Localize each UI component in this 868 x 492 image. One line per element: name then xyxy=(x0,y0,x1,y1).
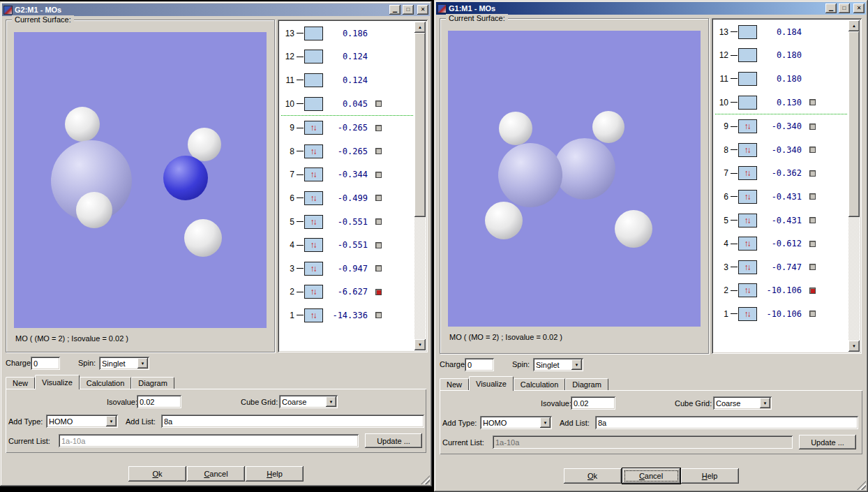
mo-visible-checkbox[interactable] xyxy=(809,193,816,200)
mo-orbital-box[interactable] xyxy=(738,96,757,110)
mo-orbital-box[interactable]: ↑↓ xyxy=(738,190,757,204)
mo-orbital-box[interactable] xyxy=(304,27,323,40)
mo-visible-checkbox[interactable] xyxy=(375,172,382,178)
mo-row-12[interactable]: 120.124 xyxy=(280,45,414,69)
molecule-viewport[interactable] xyxy=(14,32,267,328)
maximize-button[interactable]: □ xyxy=(839,3,850,13)
mo-orbital-box[interactable]: ↑↓ xyxy=(304,262,323,276)
mo-row-3[interactable]: 3↑↓-0.747 xyxy=(714,255,848,279)
minimize-button[interactable]: ▁ xyxy=(825,3,837,13)
help-button[interactable]: Help xyxy=(681,468,739,484)
ok-button[interactable]: Ok xyxy=(564,468,622,484)
tab-calculation[interactable]: Calculation xyxy=(514,378,565,390)
cube-grid-dropdown-arrow-icon[interactable]: ▼ xyxy=(326,396,336,407)
mo-visible-checkbox[interactable] xyxy=(375,148,382,154)
scroll-down-button[interactable]: ▼ xyxy=(414,339,426,350)
mo-row-8[interactable]: 8↑↓-0.340 xyxy=(714,138,848,162)
mo-orbital-box[interactable]: ↑↓ xyxy=(304,144,323,158)
mo-row-6[interactable]: 6↑↓-0.499 xyxy=(280,186,414,210)
mo-orbital-box[interactable] xyxy=(738,72,757,86)
mo-orbital-box[interactable]: ↑↓ xyxy=(304,191,323,205)
titlebar[interactable]: G2:M1 - MOs ▁ □ ✕ xyxy=(2,3,430,16)
mo-row-7[interactable]: 7↑↓-0.344 xyxy=(280,163,414,187)
mo-row-6[interactable]: 6↑↓-0.431 xyxy=(714,185,848,209)
mo-row-11[interactable]: 110.124 xyxy=(280,68,414,92)
mo-orbital-box[interactable]: ↑↓ xyxy=(738,307,757,321)
mo-orbital-box[interactable]: ↑↓ xyxy=(304,167,323,181)
mo-visible-checkbox[interactable] xyxy=(809,99,816,105)
add-type-select[interactable]: HOMO ▼ xyxy=(480,416,552,429)
spin-select[interactable]: Singlet ▼ xyxy=(533,358,583,371)
mo-orbital-box[interactable]: ↑↓ xyxy=(738,166,757,180)
mo-visible-checkbox[interactable] xyxy=(375,218,382,225)
tab-new[interactable]: New xyxy=(440,378,469,390)
mo-orbital-box[interactable]: ↑↓ xyxy=(304,121,323,135)
tab-visualize[interactable]: Visualize xyxy=(469,376,514,391)
minimize-button[interactable]: ▁ xyxy=(389,5,401,15)
spin-dropdown-arrow-icon[interactable]: ▼ xyxy=(137,358,148,368)
mo-visible-checkbox[interactable] xyxy=(809,311,816,317)
mo-visible-checkbox[interactable] xyxy=(375,100,382,107)
mo-orbital-box[interactable]: ↑↓ xyxy=(738,119,757,133)
mo-row-13[interactable]: 130.184 xyxy=(714,20,848,44)
mo-visible-checkbox[interactable] xyxy=(375,265,382,271)
spin-dropdown-arrow-icon[interactable]: ▼ xyxy=(571,359,582,370)
mo-row-13[interactable]: 130.186 xyxy=(280,22,414,45)
mo-orbital-box[interactable]: ↑↓ xyxy=(304,215,323,229)
tab-diagram[interactable]: Diagram xyxy=(131,377,174,389)
scroll-up-button[interactable]: ▲ xyxy=(848,20,860,31)
mo-visible-checkbox[interactable] xyxy=(375,195,382,201)
add-type-dropdown-arrow-icon[interactable]: ▼ xyxy=(106,416,117,426)
mo-visible-checkbox[interactable] xyxy=(375,242,382,248)
isovalue-input[interactable] xyxy=(571,396,615,410)
mo-row-5[interactable]: 5↑↓-0.551 xyxy=(280,210,414,234)
mo-row-3[interactable]: 3↑↓-0.947 xyxy=(280,257,414,281)
cancel-button[interactable]: Cancel xyxy=(187,466,245,482)
maximize-button[interactable]: □ xyxy=(403,5,414,15)
ok-button[interactable]: Ok xyxy=(128,466,186,482)
mo-row-8[interactable]: 8↑↓-0.265 xyxy=(280,140,414,163)
charge-input[interactable] xyxy=(465,358,494,371)
mo-orbital-box[interactable]: ↑↓ xyxy=(304,285,323,299)
titlebar[interactable]: G1:M1 - MOs ▁ □ ✕ xyxy=(436,2,866,15)
tab-diagram[interactable]: Diagram xyxy=(565,378,608,390)
mo-row-5[interactable]: 5↑↓-0.431 xyxy=(714,209,848,232)
mo-visible-checkbox[interactable] xyxy=(809,124,816,130)
mo-visible-checkbox[interactable] xyxy=(809,288,816,294)
mo-row-10[interactable]: 100.045 xyxy=(280,92,414,116)
mo-row-1[interactable]: 1↑↓-14.336 xyxy=(280,304,414,327)
add-type-select[interactable]: HOMO ▼ xyxy=(46,415,118,428)
mo-visible-checkbox[interactable] xyxy=(809,217,816,223)
tab-calculation[interactable]: Calculation xyxy=(80,377,131,389)
mo-orbital-box[interactable]: ↑↓ xyxy=(738,214,757,228)
mo-orbital-box[interactable]: ↑↓ xyxy=(304,238,323,252)
mo-orbital-box[interactable]: ↑↓ xyxy=(304,308,323,322)
mo-row-4[interactable]: 4↑↓-0.551 xyxy=(280,233,414,257)
mo-orbital-box[interactable] xyxy=(738,25,757,39)
mo-visible-checkbox[interactable] xyxy=(809,170,816,177)
cube-grid-select[interactable]: Coarse ▼ xyxy=(713,396,772,410)
mo-row-10[interactable]: 100.130 xyxy=(714,91,848,114)
cube-grid-select[interactable]: Coarse ▼ xyxy=(279,395,338,408)
mo-row-9[interactable]: 9↑↓-0.340 xyxy=(714,114,848,138)
scrollbar-thumb[interactable] xyxy=(848,31,860,217)
mo-row-2[interactable]: 2↑↓-6.627 xyxy=(280,281,414,304)
mo-orbital-box[interactable]: ↑↓ xyxy=(738,143,757,157)
spin-select[interactable]: Singlet ▼ xyxy=(99,357,149,370)
charge-input[interactable] xyxy=(31,357,60,370)
mo-visible-checkbox[interactable] xyxy=(809,147,816,153)
scroll-up-button[interactable]: ▲ xyxy=(414,22,426,33)
help-button[interactable]: Help xyxy=(246,466,304,482)
mo-row-11[interactable]: 110.180 xyxy=(714,67,848,91)
mo-orbital-box[interactable]: ↑↓ xyxy=(738,260,757,274)
tab-visualize[interactable]: Visualize xyxy=(35,375,80,389)
isovalue-input[interactable] xyxy=(137,395,181,408)
mo-orbital-box[interactable] xyxy=(304,97,323,111)
mo-row-7[interactable]: 7↑↓-0.362 xyxy=(714,162,848,186)
mo-visible-checkbox[interactable] xyxy=(375,289,382,295)
close-button[interactable]: ✕ xyxy=(853,3,865,13)
cube-grid-dropdown-arrow-icon[interactable]: ▼ xyxy=(760,398,770,408)
mo-scrollbar[interactable]: ▲ ▼ xyxy=(848,20,860,352)
add-list-input[interactable] xyxy=(595,416,858,429)
tab-new[interactable]: New xyxy=(6,377,35,389)
